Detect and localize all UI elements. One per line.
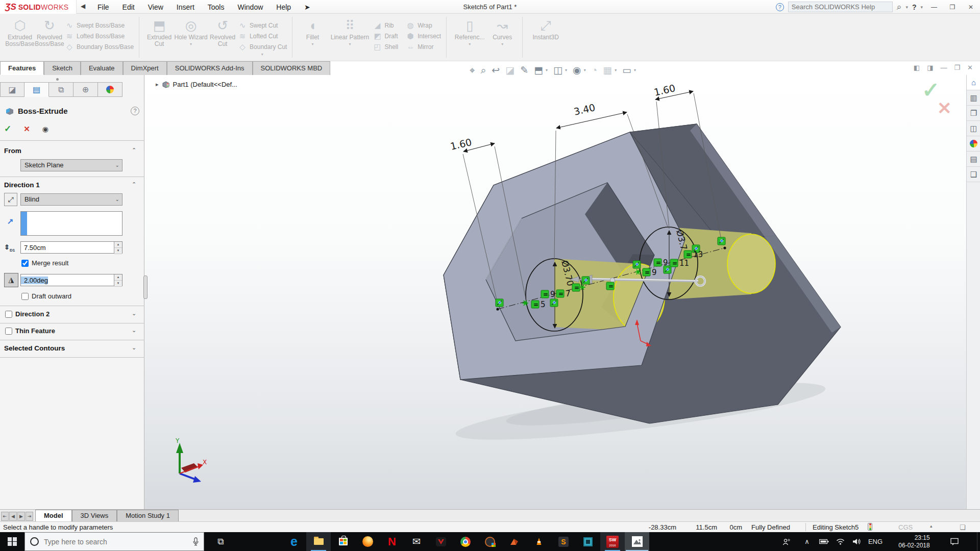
dim-left[interactable]: 1.60 [449,136,473,152]
centerline-endpoint[interactable] [496,308,499,310]
tab-dimxpert[interactable]: DimXpert [123,61,167,75]
taskbar-netflix[interactable]: N [380,532,404,551]
taskpane-custom-properties-icon[interactable]: ▤ [967,152,980,167]
draft-angle-button[interactable]: ◮ [4,273,18,287]
direction1-collapse-icon[interactable]: ⌃ [132,181,136,188]
tree-item-label[interactable]: Part1 (Default<<Def... [173,81,237,88]
draft-outward-checkbox[interactable] [21,293,29,300]
tray-speaker-icon[interactable] [849,532,864,551]
view-orientation-icon[interactable]: ⬒ [534,64,543,76]
rib-button[interactable]: ◢Rib [372,20,398,31]
tab-scroll-first-icon[interactable]: ⇤ [1,512,9,521]
direction-reference-listbox[interactable] [20,211,122,236]
spin-down-icon[interactable]: ▼ [114,281,122,287]
from-section-header[interactable]: From [4,147,21,155]
tab-scroll-next-icon[interactable]: ▶ [17,512,25,521]
end-condition-select[interactable]: Blind ⌄ [20,193,122,206]
search-dropdown-icon[interactable]: ▾ [905,5,908,10]
previous-view-icon[interactable]: ↩ [492,64,500,76]
help-search-input[interactable] [792,3,889,11]
hide-show-items-icon[interactable]: ◉ [573,64,581,76]
boundary-boss-button[interactable]: ◇Boundary Boss/Base [64,41,134,52]
reference-dropdown-icon[interactable]: ▾ [469,42,471,46]
tab-motion-study[interactable]: Motion Study 1 [117,510,179,521]
taskpane-view-palette-icon[interactable]: ◫ [967,121,980,136]
apply-scene-icon[interactable]: ▦ [603,64,612,76]
draft-spinner[interactable]: ▲ ▼ [114,274,122,286]
lofted-cut-button[interactable]: ≋Lofted Cut [237,31,287,41]
reference-geometry-button[interactable]: ▯ Referenc... ▾ [452,16,487,61]
quick-tips-icon[interactable] [868,523,872,531]
search-icon[interactable]: ⌕ [897,2,902,12]
taskpane-file-explorer-icon[interactable]: ❐ [967,106,980,121]
close-button[interactable]: ✕ [964,4,978,11]
tab-scroll-last-icon[interactable]: ⇥ [26,512,33,521]
pane-right-icon[interactable]: ◨ [927,64,933,71]
doc-close-icon[interactable]: ✕ [967,64,973,71]
draft-button[interactable]: ◩Draft [372,31,398,41]
tab-display-manager[interactable] [98,82,122,97]
hole-wizard-button[interactable]: ◎ Hole Wizard ▾ [174,16,208,61]
zoom-area-icon[interactable]: ⌕ [481,65,486,76]
doc-restore-icon[interactable]: ❐ [954,64,960,71]
minimize-button[interactable]: — [927,4,941,11]
direction2-expand-icon[interactable]: ⌄ [132,310,136,317]
annotation-views-icon[interactable]: ✎ [520,64,528,76]
unit-system[interactable]: CGS [898,523,913,531]
wrap-button[interactable]: ◍Wrap [405,20,441,31]
fillet-dropdown-icon[interactable]: ▾ [311,42,313,46]
taskbar-mail[interactable]: ✉ [404,532,429,551]
lofted-boss-button[interactable]: ≋Lofted Boss/Base [64,31,134,41]
linear-pattern-dropdown-icon[interactable]: ▾ [349,42,351,46]
taskbar-store[interactable] [331,532,355,551]
tab-configuration-manager[interactable]: ⧉ [49,82,74,97]
view-settings-icon[interactable]: ▭ [622,64,631,76]
taskbar-solidworks[interactable]: SW2016 [600,532,625,551]
confirm-cancel-icon[interactable]: ✕ [937,98,952,118]
taskbar-sublime[interactable]: S [551,532,576,551]
depth-spinner[interactable]: ▲ ▼ [114,242,122,253]
hide-show-dropdown-icon[interactable]: ▾ [584,68,586,72]
tray-language[interactable]: ENG [866,532,885,551]
display-style-icon[interactable]: ◫ [553,64,562,76]
thin-feature-expand-icon[interactable]: ⌄ [132,327,136,334]
hole-wizard-dropdown-icon[interactable]: ▾ [190,42,192,46]
intersect-button[interactable]: ⬢Intersect [405,31,441,41]
thin-feature-label[interactable]: Thin Feature [15,327,55,335]
panel-grip-dot[interactable] [56,78,59,81]
windows-search-input[interactable] [44,538,187,546]
help-dropdown-icon[interactable]: ▾ [920,5,923,10]
tag-icon[interactable]: ❏ [960,523,966,531]
from-collapse-icon[interactable]: ⌃ [132,147,136,154]
tray-chevron-icon[interactable]: ∧ [800,532,814,551]
taskbar-firefox[interactable] [355,532,380,551]
tab-dimxpert-manager[interactable]: ⊕ [74,82,98,97]
panel-splitter-grip[interactable] [143,276,148,299]
feature-tree-root[interactable]: ▸ Part1 (Default<<Def... [156,81,237,88]
taskbar-eda[interactable] [576,532,600,551]
menu-view[interactable]: View [141,3,170,11]
reverse-direction-button[interactable]: ⤢ [4,193,17,206]
menu-tools[interactable]: Tools [201,3,231,11]
menu-help[interactable]: Help [270,3,298,11]
tab-feature-manager[interactable]: ◪ [0,82,24,97]
cancel-button[interactable]: ✕ [23,124,30,134]
boundary-cut-button[interactable]: ◇Boundary Cut [237,41,287,52]
tree-expand-icon[interactable]: ▸ [156,81,159,88]
ok-button[interactable]: ✓ [4,123,11,134]
curves-dropdown-icon[interactable]: ▾ [501,42,503,46]
taskpane-appearances-icon[interactable] [967,136,980,152]
tray-wifi-icon[interactable] [833,532,847,551]
menu-window[interactable]: Window [231,3,270,11]
view-orientation-dropdown-icon[interactable]: ▾ [546,68,548,72]
spin-up-icon[interactable]: ▲ [114,242,122,248]
status-expand-icon[interactable]: ▴ [930,523,933,529]
spin-down-icon[interactable]: ▼ [114,248,122,254]
pin-menu-icon[interactable]: ➤ [298,3,317,11]
selected-contours-header[interactable]: Selected Contours [4,344,65,352]
instant3d-button[interactable]: ⤢ Instant3D [528,16,564,61]
show-desktop-button[interactable] [977,532,980,551]
taskbar-app[interactable] [478,532,502,551]
tab-property-manager[interactable]: ▤ [24,82,49,97]
section-view-icon[interactable]: ◪ [505,64,514,76]
